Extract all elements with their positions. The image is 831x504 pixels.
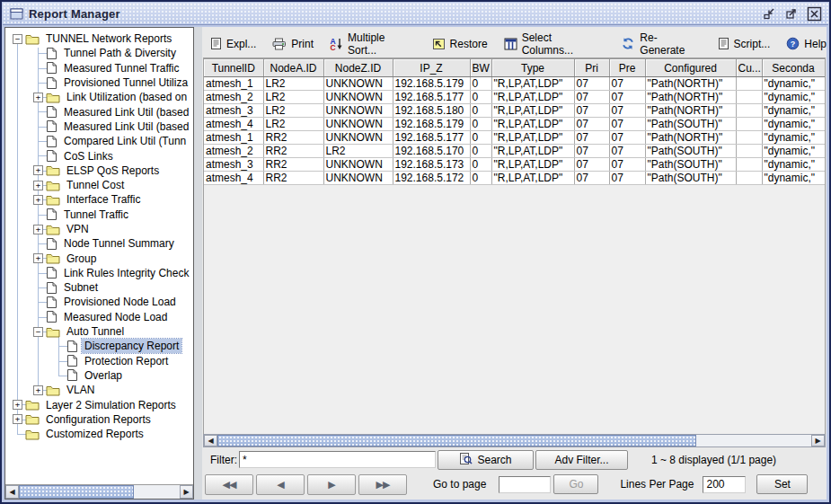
column-header-nodea-id[interactable]: NodeA.ID xyxy=(263,59,323,77)
goto-page-input[interactable] xyxy=(499,476,551,493)
tree-item-label: VPN xyxy=(64,222,92,236)
tree-expander-plus-icon[interactable]: + xyxy=(13,400,22,410)
go-button[interactable]: Go xyxy=(553,474,598,494)
tree-expander-plus-icon[interactable]: + xyxy=(33,385,43,395)
column-header-seconda[interactable]: Seconda xyxy=(762,59,825,77)
tree-item-provisioned-node-load[interactable]: Provisioned Node Load xyxy=(5,295,193,309)
toolbar-button-multiple-sort[interactable]: ACMultiple Sort... xyxy=(330,31,416,57)
filter-input[interactable] xyxy=(239,451,436,468)
tree-item-vlan[interactable]: +VLAN xyxy=(5,383,193,397)
tree-expander-plus-icon[interactable]: + xyxy=(33,195,43,205)
tree-item-auto-tunnel[interactable]: −Auto Tunnel xyxy=(5,324,193,339)
adv-filter-button[interactable]: Adv Filter... xyxy=(535,450,628,470)
toolbar-button-re-generate[interactable]: Re-Generate xyxy=(621,31,701,57)
column-header-ip-z[interactable]: IP_Z xyxy=(393,59,470,77)
column-header-cu[interactable]: Cu... xyxy=(736,59,762,77)
folder-icon xyxy=(25,399,40,411)
scroll-left-icon[interactable]: ◀ xyxy=(204,435,217,447)
adv-filter-button-label: Adv Filter... xyxy=(554,454,608,466)
tree-item-vpn[interactable]: +VPN xyxy=(5,222,193,236)
table-row[interactable]: atmesh_3LR2UNKNOWN192.168.5.1800"R,LP,AT… xyxy=(204,104,825,118)
tree-item-measured-link-util-based[interactable]: Measured Link Util (based xyxy=(5,119,193,134)
tree-item-layer-2-simulation-reports[interactable]: +Layer 2 Simulation Reports xyxy=(5,397,193,411)
tree-item-provisioned-tunnel-utiliza[interactable]: Provisioned Tunnel Utiliza xyxy=(5,75,193,90)
first-page-button[interactable]: ◀◀ xyxy=(205,474,253,495)
tree-item-tunnel-path-diversity[interactable]: Tunnel Path & Diversity xyxy=(5,46,193,60)
tree-expander-minus-icon[interactable]: − xyxy=(33,327,43,337)
table-row[interactable]: atmesh_3RR2UNKNOWN192.168.5.1730"R,LP,AT… xyxy=(204,158,825,172)
tree-item-measured-link-util-based[interactable]: Measured Link Util (based xyxy=(5,104,193,119)
tree-item-elsp-qos-reports[interactable]: +ELSP QoS Reports xyxy=(5,164,193,178)
toolbar-button-expl[interactable]: Expl... xyxy=(210,37,256,50)
tree-item-protection-report[interactable]: Protection Report xyxy=(5,354,193,368)
tree-item-subnet[interactable]: Subnet xyxy=(5,280,193,295)
table-row[interactable]: atmesh_1LR2UNKNOWN192.168.5.1790"R,LP,AT… xyxy=(204,77,825,91)
toolbar-button-select-columns[interactable]: Select Columns... xyxy=(504,31,606,57)
tree-item-cos-links[interactable]: CoS Links xyxy=(5,148,193,163)
table-row[interactable]: atmesh_4RR2UNKNOWN192.168.5.1720"R,LP,AT… xyxy=(204,172,825,185)
tree-item-label: Tunnel Cost xyxy=(64,178,127,192)
table-row[interactable]: atmesh_1RR2UNKNOWN192.168.5.1770"R,LP,AT… xyxy=(204,131,825,145)
search-button[interactable]: Search xyxy=(438,450,534,470)
table-scrollbar-thumb[interactable] xyxy=(217,435,696,447)
lines-per-page-input[interactable] xyxy=(703,476,746,493)
tree-expander-plus-icon[interactable]: + xyxy=(33,225,43,234)
tree-item-tunnel-cost[interactable]: +Tunnel Cost xyxy=(5,178,193,192)
doc-icon xyxy=(46,310,57,323)
set-button[interactable]: Set xyxy=(756,474,808,494)
filter-label: Filter: xyxy=(210,454,237,466)
column-header-bw[interactable]: BW xyxy=(470,59,491,77)
column-header-configured[interactable]: Configured xyxy=(645,59,736,77)
tree-item-interface-traffic[interactable]: +Interface Traffic xyxy=(5,192,193,207)
previous-page-button[interactable]: ◀ xyxy=(256,474,305,495)
tree-item-group[interactable]: +Group xyxy=(5,251,193,265)
scroll-left-icon[interactable]: ◀ xyxy=(5,485,19,499)
table-row[interactable]: atmesh_2RR2LR2192.168.5.1700"R,LP,AT,LDP… xyxy=(204,145,825,158)
tree-item-compared-link-util-tunn[interactable]: Compared Link Util (Tunn xyxy=(5,134,193,148)
search-button-label: Search xyxy=(477,454,511,466)
tree-item-link-utilization-based-on[interactable]: +Link Utilization (based on xyxy=(5,90,193,104)
tree-item-tunnel-network-reports[interactable]: −TUNNEL Network Reports xyxy=(5,31,193,46)
table-row[interactable]: atmesh_2LR2UNKNOWN192.168.5.1770"R,LP,AT… xyxy=(204,91,825,104)
tree-item-overlap[interactable]: Overlap xyxy=(5,368,193,383)
column-header-type[interactable]: Type xyxy=(491,59,574,77)
tree-item-link-rules-integrity-check[interactable]: Link Rules Integrity Check xyxy=(5,266,193,280)
tree-expander-plus-icon[interactable]: + xyxy=(33,253,43,263)
tree-scrollbar-thumb[interactable] xyxy=(19,485,134,499)
tree-horizontal-scrollbar[interactable]: ◀ ▶ xyxy=(5,484,193,499)
tree-scrollbar-track[interactable] xyxy=(19,485,180,499)
tree-item-tunnel-traffic[interactable]: Tunnel Traffic xyxy=(5,208,193,222)
toolbar-button-script[interactable]: Script... xyxy=(718,37,771,50)
doc-icon xyxy=(66,368,78,382)
tree-item-measured-node-load[interactable]: Measured Node Load xyxy=(5,310,193,324)
toolbar-button-restore[interactable]: Restore xyxy=(432,38,488,50)
tree-expander-minus-icon[interactable]: − xyxy=(13,34,22,44)
minimize-icon[interactable] xyxy=(761,5,777,22)
table-row[interactable]: atmesh_4LR2UNKNOWN192.168.5.1790"R,LP,AT… xyxy=(204,118,825,131)
titlebar[interactable]: Report Manager xyxy=(3,3,828,25)
next-page-button[interactable]: ▶ xyxy=(307,474,356,495)
scroll-right-icon[interactable]: ▶ xyxy=(811,435,825,447)
tree-item-discrepancy-report[interactable]: Discrepancy Report xyxy=(5,339,193,353)
maximize-icon[interactable] xyxy=(783,5,800,22)
tree-item-configuration-reports[interactable]: +Configuration Reports xyxy=(5,412,193,427)
column-header-pre[interactable]: Pre xyxy=(609,59,645,77)
column-header-nodez-id[interactable]: NodeZ.ID xyxy=(323,59,393,77)
last-page-button[interactable]: ▶▶ xyxy=(358,474,407,495)
tree-expander-plus-icon[interactable]: + xyxy=(33,93,43,102)
tree-item-measured-tunnel-traffic[interactable]: Measured Tunnel Traffic xyxy=(5,61,193,75)
table-horizontal-scrollbar[interactable]: ◀ ▶ xyxy=(203,434,826,447)
tree-item-customized-reports[interactable]: Customized Reports xyxy=(5,427,193,441)
tree-expander-plus-icon[interactable]: + xyxy=(33,165,43,175)
close-icon[interactable] xyxy=(806,5,822,22)
column-header-pri[interactable]: Pri xyxy=(574,59,609,77)
toolbar-button-help[interactable]: ?Help xyxy=(786,37,827,50)
column-header-tunnelid[interactable]: TunnelID xyxy=(204,59,263,77)
tree-expander-plus-icon[interactable]: + xyxy=(13,414,22,424)
tree-item-node-tunnel-summary[interactable]: Node Tunnel Summary xyxy=(5,236,193,251)
panel-splitter[interactable] xyxy=(194,27,202,500)
table-scrollbar-track[interactable] xyxy=(217,435,811,447)
toolbar-button-print[interactable]: Print xyxy=(272,38,314,50)
tree-expander-plus-icon[interactable]: + xyxy=(33,181,43,190)
scroll-right-icon[interactable]: ▶ xyxy=(180,485,193,499)
